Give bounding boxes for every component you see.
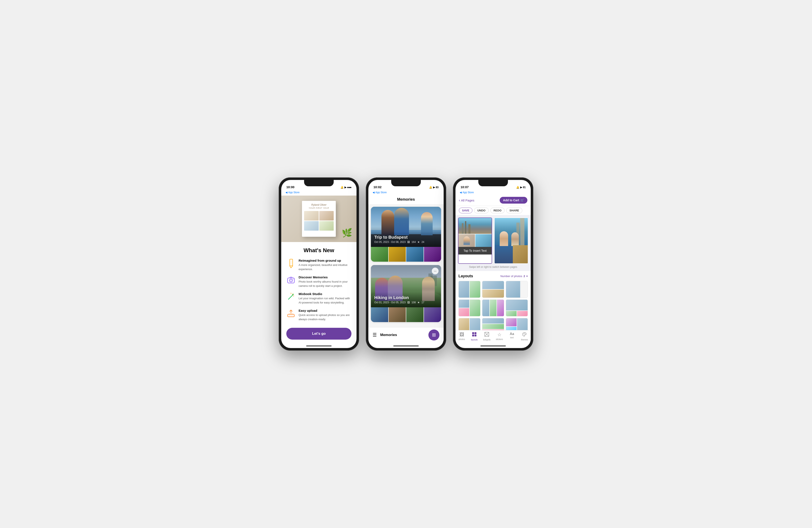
- chevron-left-icon: ◀: [286, 191, 287, 194]
- phone-whats-new: 10:00 🔔 ▶ ■■■ ◀ App Store: [279, 177, 359, 351]
- backgrounds-label: bckgrds: [483, 338, 491, 341]
- appstore-bar-1[interactable]: ◀ App Store: [281, 190, 357, 196]
- london-overlay: Hiking in London Oct 01, 2023 - Oct 05, …: [371, 292, 441, 307]
- feature-memories-desc: Photo book worthy albums found in your c…: [299, 280, 351, 288]
- stickers-label: stickers: [496, 338, 503, 341]
- memory-card-budapest[interactable]: Trip to Budapest Oct 05, 2023 - Oct 08, …: [371, 207, 441, 262]
- backgrounds-icon: [484, 332, 489, 338]
- nav-photos[interactable]: 🖼 photos: [456, 332, 467, 341]
- photos-label: photos: [459, 338, 465, 341]
- appstore-label-3: App Store: [462, 191, 474, 194]
- status-time-1: 10:00: [286, 185, 294, 189]
- layouts-section: Layouts Number of photos 2 ▾: [455, 271, 531, 330]
- london-stars: 17: [421, 301, 424, 304]
- appstore-bar-2[interactable]: ◀ App Store: [368, 190, 444, 196]
- home-indicator-2: [368, 344, 444, 348]
- add-photo-icon: ⊞: [432, 332, 436, 338]
- more-button[interactable]: ···: [432, 268, 438, 274]
- add-to-cart-label: Add to Cart: [503, 198, 519, 202]
- star-icon: ★: [417, 241, 420, 243]
- bottom-nav-memories-label: Memories: [380, 333, 429, 337]
- layouts-header: Layouts Number of photos 2 ▾: [459, 274, 528, 278]
- feature-studio: Mixbook Studio Let your imagination run …: [286, 292, 351, 304]
- hero-book-cover: Ryland Oliver YOUR FIRST YEAR 🌿: [281, 196, 357, 242]
- page-photo-main: [459, 218, 492, 234]
- thumb-2: [389, 247, 406, 262]
- svg-line-8: [288, 295, 293, 299]
- nav-backgrounds[interactable]: bckgrds: [481, 332, 492, 341]
- svg-point-23: [523, 334, 524, 334]
- add-to-cart-button[interactable]: Add to Cart 🛒: [500, 197, 527, 203]
- thumb-6: [389, 307, 406, 322]
- layout-thumb-3[interactable]: [506, 281, 528, 298]
- feature-reimagined-desc: A more organized, beautiful and intuitiv…: [299, 263, 351, 271]
- budapest-overlay: Trip to Budapest Oct 05, 2023 - Oct 08, …: [371, 231, 441, 247]
- thumb-1: [371, 247, 388, 262]
- layout-thumb-9[interactable]: [506, 318, 528, 330]
- feature-reimagined: Reimagined from ground up A more organiz…: [286, 259, 351, 271]
- phone3-content: ‹ All Pages Add to Cart 🛒 SAVE UNDO REDO…: [455, 196, 531, 344]
- themes-icon: [522, 332, 527, 338]
- all-pages-label: All Pages: [461, 198, 474, 202]
- svg-point-25: [525, 334, 526, 334]
- filter-label: Number of photos: [500, 274, 522, 278]
- svg-rect-15: [288, 315, 294, 316]
- layout-thumb-5[interactable]: [482, 300, 504, 316]
- phone-editor: 10:07 🔔 ▶ 81 ◀ App Store ‹ All Pages: [453, 177, 533, 351]
- phone3-bottom-nav: 🖼 photos layouts: [455, 330, 531, 344]
- pencil-icon: [286, 259, 295, 268]
- canvas-page-left[interactable]: Tap To Insert Text: [458, 217, 492, 264]
- share-button[interactable]: SHARE: [506, 208, 522, 213]
- canvas-page-right[interactable]: [494, 217, 528, 264]
- layout-thumb-7[interactable]: [459, 318, 480, 330]
- memories-list[interactable]: Trip to Budapest Oct 05, 2023 - Oct 08, …: [368, 204, 444, 327]
- memory-card-london[interactable]: ··· Hiking in London Oct 01, 2023 - Oct …: [371, 265, 441, 322]
- feature-upload-title: Easy upload: [299, 309, 351, 312]
- svg-marker-2: [290, 266, 293, 268]
- memories-title: Memories: [372, 197, 440, 202]
- phone3-topbar: ‹ All Pages Add to Cart 🛒: [455, 196, 531, 206]
- battery-icon: ■■■: [347, 186, 351, 188]
- layouts-filter[interactable]: Number of photos 2 ▾: [500, 274, 528, 278]
- svg-rect-1: [290, 259, 292, 266]
- save-button[interactable]: SAVE: [459, 208, 473, 213]
- notch-3: [478, 180, 508, 186]
- layout-thumb-8[interactable]: [482, 318, 504, 330]
- svg-point-24: [524, 333, 525, 334]
- tap-to-insert-text[interactable]: Tap To Insert Text: [459, 247, 492, 255]
- back-all-pages-btn[interactable]: ‹ All Pages: [459, 198, 474, 202]
- svg-point-6: [290, 280, 292, 281]
- layout-thumb-6[interactable]: [506, 300, 528, 316]
- layout-thumb-1[interactable]: [459, 281, 480, 298]
- swipe-hint: Swipe left or right to switch between pa…: [469, 266, 517, 269]
- redo-button[interactable]: REDO: [490, 208, 505, 213]
- feature-studio-text: Mixbook Studio Let your imagination run …: [299, 292, 351, 304]
- layout-thumb-2[interactable]: [482, 281, 504, 298]
- budapest-date: Oct 05, 2023 - Oct 08, 2023: [374, 241, 406, 243]
- phone-memories: 10:02 🔔 ▶ 83 ◀ App Store Memories: [366, 177, 446, 351]
- thumb-5: [371, 307, 388, 322]
- london-meta: Oct 01, 2023 - Oct 05, 2023 🖼 108 ★ 17: [374, 301, 438, 304]
- nav-layouts[interactable]: layouts: [469, 332, 480, 341]
- nav-text[interactable]: Aa text: [507, 332, 517, 341]
- layout-thumb-4[interactable]: [459, 300, 480, 316]
- filter-value: 2: [524, 274, 525, 278]
- chevron-left-icon-4: ‹: [459, 198, 460, 202]
- create-fab-button[interactable]: ⊞: [429, 330, 439, 341]
- photo-icon: 🖼: [407, 241, 410, 243]
- undo-button[interactable]: UNDO: [474, 208, 489, 213]
- whats-new-title: What's New: [286, 247, 351, 254]
- cart-icon: 🛒: [520, 198, 524, 202]
- hamburger-icon[interactable]: ☰: [373, 332, 377, 338]
- bell-icon: 🔔: [340, 186, 344, 189]
- lets-go-button[interactable]: Let's go: [286, 328, 351, 340]
- london-hero: ··· Hiking in London Oct 01, 2023 - Oct …: [371, 265, 441, 307]
- feature-upload-text: Easy upload Quick access to upload photo…: [299, 309, 351, 321]
- book-mockup: Ryland Oliver YOUR FIRST YEAR: [302, 201, 336, 237]
- thumb-3: [406, 247, 423, 262]
- nav-themes[interactable]: themes: [519, 332, 530, 341]
- home-indicator-3: [455, 344, 531, 348]
- appstore-bar-3[interactable]: ◀ App Store: [455, 190, 531, 196]
- svg-rect-17: [475, 332, 476, 334]
- nav-stickers[interactable]: ☆ stickers: [494, 332, 505, 341]
